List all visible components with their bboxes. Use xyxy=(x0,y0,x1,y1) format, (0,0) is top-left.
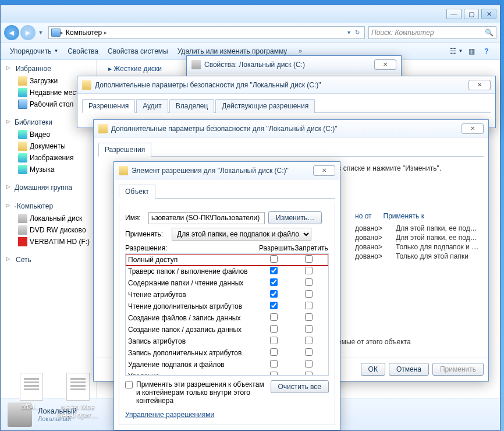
computer-icon xyxy=(51,29,61,37)
deny-checkbox[interactable] xyxy=(305,278,313,286)
maximize-button[interactable]: ▢ xyxy=(464,9,479,19)
sidebar-item-documents[interactable]: Документы xyxy=(1,140,96,152)
ok-button[interactable]: ОК xyxy=(361,363,385,376)
forward-button[interactable]: ► xyxy=(20,25,36,40)
inherit-text: емые от этого объекта xyxy=(338,338,411,346)
table-row[interactable]: довано>Только для этой папки xyxy=(349,252,484,261)
deny-checkbox[interactable] xyxy=(305,337,313,344)
permission-label: Содержание папки / чтение данных xyxy=(128,279,256,287)
tab-owner[interactable]: Владелец xyxy=(169,99,215,113)
dialog-title: Свойства: Локальный диск (C:) xyxy=(204,61,374,69)
history-dropdown[interactable]: ▼ xyxy=(37,27,45,38)
deny-checkbox[interactable] xyxy=(305,348,313,356)
allow-checkbox[interactable] xyxy=(270,313,278,321)
tab-audit[interactable]: Аудит xyxy=(136,99,168,113)
permissions-list[interactable]: Полный доступТраверс папок / выполнение … xyxy=(125,253,329,376)
allow-checkbox[interactable] xyxy=(270,255,278,263)
close-icon[interactable]: ✕ xyxy=(374,59,396,70)
apply-to-select[interactable]: Для этой папки, ее подпапок и файлов xyxy=(172,228,311,241)
deny-checkbox[interactable] xyxy=(305,325,313,333)
tab-strip: Разрешения Аудит Владелец Действующие ра… xyxy=(82,98,491,113)
search-placeholder: Поиск: Компьютер xyxy=(371,29,434,37)
allow-checkbox[interactable] xyxy=(270,360,278,368)
name-label: Имя: xyxy=(125,214,148,222)
table-row[interactable]: довано>Для этой папки, ее под… xyxy=(349,224,484,233)
allow-checkbox[interactable] xyxy=(270,267,278,274)
allow-checkbox[interactable] xyxy=(270,302,278,309)
minimize-button[interactable]: — xyxy=(446,9,462,19)
more-chevron[interactable]: » xyxy=(293,48,308,54)
permission-row: Содержание папки / чтение данных xyxy=(126,277,328,289)
tab-object[interactable]: Объект xyxy=(119,185,155,199)
desktop-icon-file1[interactable]: bf04… xyxy=(10,373,52,419)
permission-row: Чтение дополнительных атрибутов xyxy=(126,301,328,312)
sidebar-item-verbatim[interactable]: VERBATIM HD (F:) xyxy=(1,236,96,248)
allow-checkbox[interactable] xyxy=(270,337,278,344)
dropdown-icon[interactable]: ▾ xyxy=(345,29,353,36)
tab-permissions[interactable]: Разрешения xyxy=(98,143,151,157)
change-button[interactable]: Изменить… xyxy=(268,211,322,224)
cancel-button[interactable]: Отмена xyxy=(389,363,429,376)
sidebar-item-videos[interactable]: Видео xyxy=(1,129,96,140)
clear-all-button[interactable]: Очистить все xyxy=(271,380,329,393)
deny-checkbox[interactable] xyxy=(305,267,313,274)
permission-label: Создание файлов / запись данных xyxy=(128,314,256,322)
homegroup-head[interactable]: Домашняя группа xyxy=(1,182,96,194)
close-icon[interactable]: ✕ xyxy=(462,123,484,134)
close-icon[interactable]: ✕ xyxy=(313,165,335,176)
permission-row: Траверс папок / выполнение файлов xyxy=(126,266,328,277)
manage-permissions-link[interactable]: Управление разрешениями xyxy=(125,411,214,419)
deny-checkbox[interactable] xyxy=(305,302,313,309)
apply-to-container-checkbox[interactable] xyxy=(125,381,133,388)
allow-header: Разрешить xyxy=(259,244,294,252)
search-icon: 🔍 xyxy=(485,29,494,37)
drive-icon xyxy=(191,60,201,69)
allow-checkbox[interactable] xyxy=(270,325,278,333)
uninstall-button[interactable]: Удалить или изменить программу xyxy=(174,47,293,55)
allow-checkbox[interactable] xyxy=(270,348,278,356)
computer-head[interactable]: Компьютер xyxy=(1,201,96,213)
permission-row: Удаление xyxy=(126,370,328,376)
refresh-icon[interactable]: ↻ xyxy=(353,29,362,36)
permission-row: Создание файлов / запись данных xyxy=(126,312,328,324)
tab-permissions[interactable]: Разрешения xyxy=(82,99,135,113)
allow-checkbox[interactable] xyxy=(270,372,278,376)
sidebar-item-dvd[interactable]: DVD RW дисковo xyxy=(1,224,96,236)
back-button[interactable]: ◄ xyxy=(4,25,19,40)
permission-row: Полный доступ xyxy=(126,254,328,266)
favorites-head[interactable]: Избранное xyxy=(1,63,96,75)
allow-checkbox[interactable] xyxy=(270,290,278,298)
deny-checkbox[interactable] xyxy=(305,360,313,368)
tab-effective[interactable]: Действующие разрешения xyxy=(215,99,315,113)
permission-label: Запись дополнительных атрибутов xyxy=(128,349,256,357)
breadcrumb-segment[interactable]: Компьютер xyxy=(63,29,104,37)
properties-button[interactable]: Свойства xyxy=(64,47,104,55)
col-apply-to[interactable]: Применять к xyxy=(378,212,430,220)
network-head[interactable]: Сеть xyxy=(1,255,96,266)
address-bar[interactable]: ▸ Компьютер ▸ ▾ ↻ xyxy=(48,26,365,39)
deny-checkbox[interactable] xyxy=(305,255,313,263)
preview-pane-button[interactable]: ▥ xyxy=(465,45,478,58)
name-input[interactable] xyxy=(148,212,265,224)
system-properties-button[interactable]: Свойства системы xyxy=(104,47,174,55)
sidebar-item-local-disk[interactable]: Локальный диск xyxy=(1,213,96,224)
allow-checkbox[interactable] xyxy=(270,278,278,286)
permission-label: Полный доступ xyxy=(128,256,256,264)
table-row[interactable]: довано>Для этой папки, ее под… xyxy=(349,233,484,242)
permission-label: Траверс папок / выполнение файлов xyxy=(128,267,256,275)
sidebar-item-music[interactable]: Музыка xyxy=(1,164,96,175)
sidebar-item-pictures[interactable]: Изображения xyxy=(1,152,96,164)
deny-checkbox[interactable] xyxy=(305,372,313,376)
view-menu[interactable]: ☷▼ xyxy=(450,45,463,58)
close-button[interactable]: ✕ xyxy=(481,9,496,19)
search-input[interactable]: Поиск: Компьютер 🔍 xyxy=(368,26,496,39)
apply-button[interactable]: Применить xyxy=(432,363,484,376)
dialog-title: Дополнительные параметры безопасности дл… xyxy=(111,125,462,133)
help-button[interactable]: ? xyxy=(480,45,493,58)
close-icon[interactable]: ✕ xyxy=(468,80,491,90)
deny-checkbox[interactable] xyxy=(305,313,313,321)
organize-menu[interactable]: Упорядочить▼ xyxy=(6,47,64,55)
table-row[interactable]: довано>Только для подпапок и … xyxy=(349,242,484,252)
deny-checkbox[interactable] xyxy=(305,290,313,298)
col-inherited[interactable]: но от xyxy=(349,212,378,220)
